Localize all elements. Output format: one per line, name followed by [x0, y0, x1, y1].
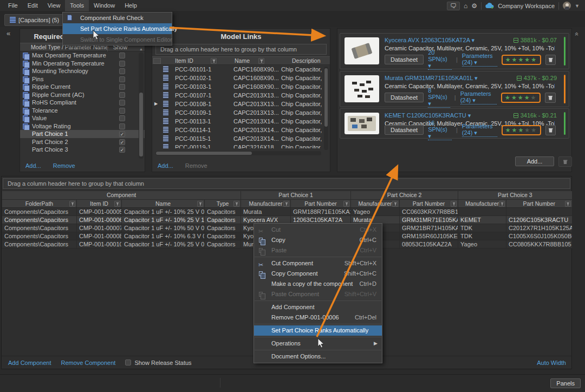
add-model-link[interactable]: Add... [158, 162, 173, 169]
caret-down-icon[interactable]: ▼ [575, 3, 580, 9]
parameter-row[interactable]: Part Choice 2✓ [20, 138, 145, 146]
parameter-row[interactable]: Tolerance [20, 107, 145, 115]
table-cell[interactable]: Capacitor 1 uF +/- 10% 25 V 0603 [122, 207, 205, 215]
menu-tools[interactable]: Tools [65, 0, 89, 11]
show-checkbox[interactable] [119, 84, 125, 90]
vertical-scrollbar[interactable] [324, 67, 328, 150]
table-cell[interactable]: TDK [458, 232, 506, 240]
avatar[interactable] [563, 2, 571, 10]
parameters-link[interactable]: Parameters (24) ▾ [460, 90, 497, 104]
filter-icon[interactable] [114, 201, 120, 207]
group-by-bar[interactable]: Drag a column header here to group by th… [155, 44, 327, 55]
menu-window[interactable]: Window [89, 0, 120, 11]
rating-stars[interactable]: ★★★★★ [502, 125, 541, 135]
show-checkbox[interactable]: ✓ [119, 131, 125, 137]
filter-icon[interactable] [343, 201, 349, 207]
filter-icon[interactable] [499, 201, 505, 207]
table-cell[interactable]: Capacitors [205, 207, 241, 215]
show-checkbox[interactable]: ✓ [119, 147, 125, 153]
table-cell[interactable]: CMP-001-00007 [77, 224, 122, 232]
menu-file[interactable]: File [3, 0, 23, 11]
table-cell[interactable]: KEMET [458, 215, 506, 224]
table-cell[interactable] [506, 207, 572, 215]
workspace-label[interactable]: Company Workspace [498, 3, 555, 9]
trash-icon[interactable] [545, 125, 556, 135]
show-checkbox[interactable] [119, 108, 125, 114]
table-cell[interactable]: Components\Capacitors [2, 224, 77, 232]
home-icon[interactable]: ⌂ [464, 3, 467, 9]
table-cell[interactable]: Capacitor 1 uF +/- 10% 6.3 V 0402 [122, 232, 205, 240]
datasheet-button[interactable]: Datasheet [385, 93, 424, 102]
trash-icon[interactable] [545, 55, 556, 65]
spn-link[interactable]: 20 SPN(s) ▾ [428, 49, 452, 70]
table-cell[interactable]: Capacitors [205, 240, 241, 248]
band-header[interactable]: Part Choice 2 [351, 191, 458, 199]
remove-parameter-link[interactable]: Remove [53, 162, 75, 169]
datasheet-button[interactable]: Datasheet [385, 125, 424, 135]
part-title[interactable]: Murata GRM31MR71E105KA01L ▾ [385, 75, 477, 82]
table-cell[interactable]: 12063C105KAT2A [291, 215, 351, 224]
table-cell[interactable]: CC0805KKX7R8BB105 [506, 240, 572, 248]
rating-stars[interactable]: ★★★★★ [502, 55, 541, 65]
parameter-row[interactable]: Part Choice 1✓ [20, 130, 145, 138]
parameter-row[interactable]: RoHS Compliant [20, 99, 145, 107]
table-cell[interactable]: Murata [351, 215, 400, 224]
scrollbar-thumb[interactable] [139, 93, 143, 156]
parameter-row[interactable]: Ripple Current (AC) [20, 91, 145, 99]
column-header[interactable]: Type [205, 199, 241, 207]
show-checkbox[interactable] [119, 123, 125, 129]
table-cell[interactable]: Capacitor 1 uF +/- 10% 25 V 0805 [122, 240, 205, 248]
filter-icon[interactable] [258, 58, 264, 64]
table-cell[interactable]: GRM155R60J105KE19D [400, 232, 458, 240]
context-menu-item[interactable]: ✂Cut ComponentShift+Ctrl+X [254, 258, 382, 269]
menu-view[interactable]: View [43, 0, 66, 11]
show-checkbox[interactable] [119, 115, 125, 121]
parameter-row[interactable]: Part Choice 3✓ [20, 146, 145, 154]
filter-icon[interactable] [392, 201, 398, 207]
column-name[interactable]: Name [235, 57, 250, 65]
part-title[interactable]: Kyocera AVX 12063C105KAT2A ▾ [385, 37, 474, 44]
tools-menu-item[interactable]: Component Rule Check [63, 12, 172, 23]
table-cell[interactable]: Capacitor 1 uF +/- 10% 25 V 1206 [122, 215, 205, 224]
trash-icon[interactable] [545, 93, 556, 103]
show-checkbox[interactable] [119, 100, 125, 106]
parameter-row[interactable]: Value [20, 114, 145, 122]
filter-icon[interactable] [211, 58, 217, 64]
table-row[interactable]: Components\CapacitorsCMP-001-00006Capaci… [2, 215, 572, 224]
show-release-status-checkbox[interactable] [125, 360, 131, 365]
table-cell[interactable]: 08053C105KAZ2A [400, 240, 458, 248]
context-menu-item[interactable]: Set Part Choice Ranks Automatically [254, 325, 382, 336]
table-cell[interactable]: GRM188R71E105KA12D [291, 207, 351, 215]
table-cell[interactable] [458, 207, 506, 215]
menu-help[interactable]: Help [120, 0, 142, 11]
band-header[interactable]: Part Choice 1 [241, 191, 351, 199]
parameters-link[interactable]: Parameters (24) ▾ [462, 53, 497, 67]
table-cell[interactable]: CMP-001-00006 [77, 215, 122, 224]
table-cell[interactable]: Components\Capacitors [2, 215, 77, 224]
group-by-bar[interactable]: Drag a column header here to group by th… [3, 178, 570, 189]
model-link-row[interactable]: PCC-00102-1CAPC1608X90...Chip Capacitor,… [152, 74, 330, 82]
spn-link[interactable]: 8 SPN(s) ▾ [428, 87, 450, 108]
table-cell[interactable]: Components\Capacitors [2, 207, 77, 215]
collapse-left-icon[interactable]: « [6, 29, 10, 37]
parameter-row[interactable]: Mounting Technology [20, 67, 145, 75]
table-cell[interactable]: C1206C105K3RACTU [506, 215, 572, 224]
model-link-row[interactable]: PCC-00103-1CAPC1608X90...Chip Capacitor,… [152, 82, 330, 91]
show-checkbox[interactable] [119, 76, 125, 82]
context-menu-item[interactable]: Remove CMP-001-00006Ctrl+Del [254, 312, 382, 323]
horizontal-scrollbar[interactable] [155, 151, 321, 155]
column-header[interactable]: FolderPath [2, 199, 77, 207]
band-header[interactable]: Part Choice 3 [458, 191, 572, 199]
model-link-row[interactable]: PCC-00114-1CAPC2013X14...Chip Capacitor,… [152, 126, 330, 134]
add-parameter-link[interactable]: Add... [25, 162, 41, 169]
show-checkbox[interactable] [119, 92, 125, 98]
show-checkbox[interactable] [119, 53, 125, 58]
show-checkbox[interactable] [119, 68, 125, 74]
parameter-row[interactable]: Ripple Current [20, 83, 145, 91]
table-cell[interactable]: Components\Capacitors [2, 232, 77, 240]
table-cell[interactable]: Yageo [458, 240, 506, 248]
rating-stars[interactable]: ★★★★★ [501, 93, 541, 103]
scrollbar-thumb[interactable] [156, 152, 252, 155]
tools-menu-item[interactable]: Set Part Choice Ranks Automatically [63, 23, 172, 34]
table-cell[interactable]: GRM21BR71H105KA12L [400, 224, 458, 232]
